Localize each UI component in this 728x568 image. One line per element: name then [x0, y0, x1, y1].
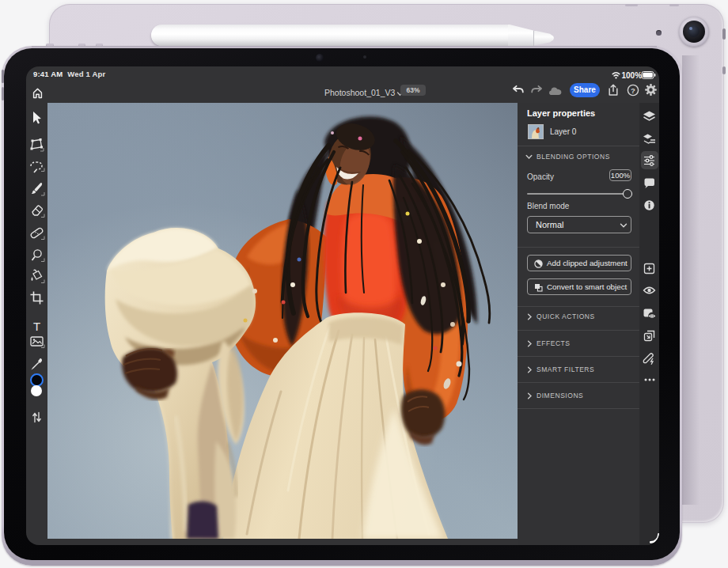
svg-text:T: T [33, 320, 40, 333]
svg-text:?: ? [631, 86, 635, 95]
